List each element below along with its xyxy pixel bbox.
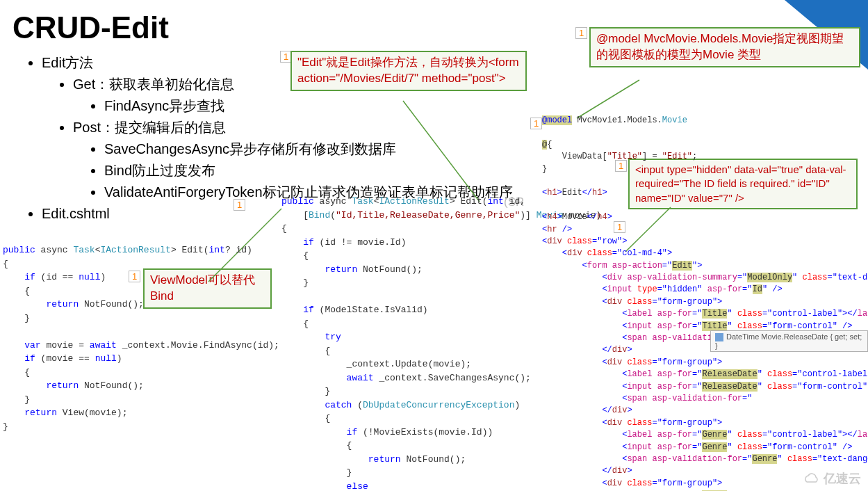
footnote-3: 1 [234,199,245,211]
code-block-cshtml: @model MvcMovie1.Models.Movie @{ ViewDat… [542,115,868,491]
annotation-edit-form: "Edit"就是Edit操作方法，自动转换为<form action="/Mov… [290,51,527,91]
bullet-findasync: FindAsync异步查找 [104,95,868,117]
cloud-icon [803,473,821,485]
annotation-model: @model MvcMovie.Models.Movie指定视图期望的视图模板的… [589,27,860,67]
footnote-2: 1 [575,27,587,39]
intellisense-tooltip: DateTime Movie.ReleaseDate { get; set; } [710,330,868,352]
footnote-5: 1 [530,118,542,129]
wrench-icon [715,333,723,341]
watermark: 亿速云 [803,470,861,487]
code-block-get: public async Task<IActionResult> Edit(in… [3,243,279,433]
